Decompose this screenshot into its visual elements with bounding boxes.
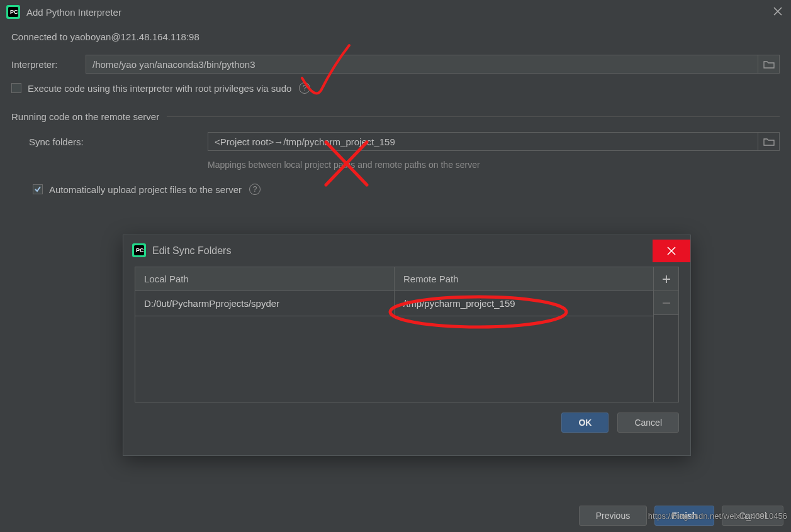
pycharm-icon: PC	[132, 243, 146, 259]
table-row[interactable]: D:/0ut/PycharmPprojects/spyder /tmp/pych…	[135, 291, 653, 316]
interpreter-label: Interpreter:	[11, 59, 86, 70]
sudo-checkbox[interactable]	[11, 83, 21, 93]
sudo-label: Execute code using this interpreter with…	[28, 83, 291, 94]
interpreter-value: /home/yao yan/anaconda3/bin/python3	[93, 59, 255, 70]
sync-folders-input[interactable]: <Project root>→/tmp/pycharm_project_159	[208, 132, 758, 151]
previous-button[interactable]: Previous	[579, 506, 647, 526]
folder-icon	[763, 60, 775, 69]
auto-upload-label: Automatically upload project files to th…	[49, 184, 242, 195]
remove-row-button[interactable]	[653, 291, 678, 315]
interpreter-input[interactable]: /home/yao yan/anaconda3/bin/python3	[86, 55, 758, 74]
close-icon	[667, 247, 676, 255]
cell-local-path[interactable]: D:/0ut/PycharmPprojects/spyder	[135, 291, 394, 316]
col-local-path: Local Path	[135, 267, 394, 291]
connection-status: Connected to yaoboyan@121.48.164.118:98	[11, 31, 780, 42]
dialog-close-button[interactable]	[653, 240, 690, 262]
cell-remote-path[interactable]: /tmp/pycharm_project_159	[394, 291, 653, 316]
watermark: https://blog.csdn.net/weixin_43910456	[648, 511, 787, 521]
sync-folders-label: Sync folders:	[11, 136, 208, 147]
ok-button[interactable]: OK	[561, 413, 609, 433]
svg-text:PC: PC	[136, 247, 144, 253]
folder-icon	[763, 137, 775, 146]
help-icon[interactable]: ?	[299, 82, 310, 94]
auto-upload-checkbox[interactable]	[33, 184, 43, 194]
svg-text:PC: PC	[10, 9, 18, 15]
cancel-button[interactable]: Cancel	[617, 413, 679, 433]
sync-folders-table: Local Path Remote Path D:/0ut/PycharmPpr…	[135, 267, 679, 402]
close-icon[interactable]	[773, 6, 782, 19]
add-row-button[interactable]	[653, 267, 678, 291]
sync-folders-value: <Project root>→/tmp/pycharm_project_159	[215, 136, 395, 147]
section-title: Running code on the remote server	[11, 111, 159, 122]
browse-sync-button[interactable]	[758, 132, 780, 151]
dialog-title: Edit Sync Folders	[152, 245, 231, 257]
help-icon[interactable]: ?	[249, 184, 261, 195]
edit-sync-folders-dialog: PC Edit Sync Folders Local Path Remote P…	[123, 235, 691, 456]
window-title: Add Python Interpreter	[26, 7, 121, 18]
col-remote-path: Remote Path	[394, 267, 653, 291]
sync-hint: Mappings between local project paths and…	[208, 160, 780, 170]
minus-icon	[662, 299, 671, 308]
plus-icon	[662, 275, 671, 284]
divider	[167, 116, 780, 117]
titlebar: PC Add Python Interpreter	[0, 0, 791, 24]
pycharm-icon: PC	[6, 5, 20, 19]
browse-interpreter-button[interactable]	[758, 55, 780, 74]
